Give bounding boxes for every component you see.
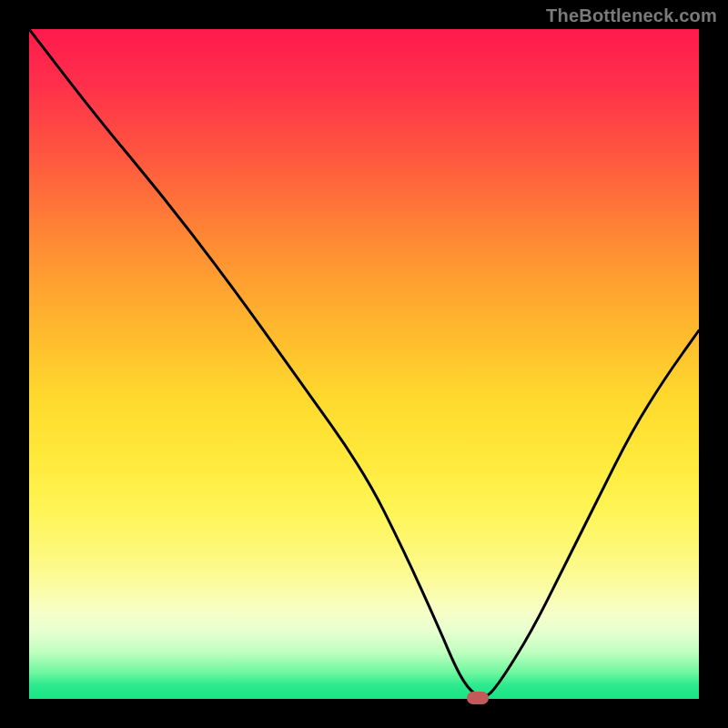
optimal-point-marker — [467, 692, 489, 704]
chart-frame: TheBottleneck.com — [0, 0, 728, 728]
chart-gradient-background — [29, 29, 699, 699]
watermark-text: TheBottleneck.com — [546, 5, 717, 26]
